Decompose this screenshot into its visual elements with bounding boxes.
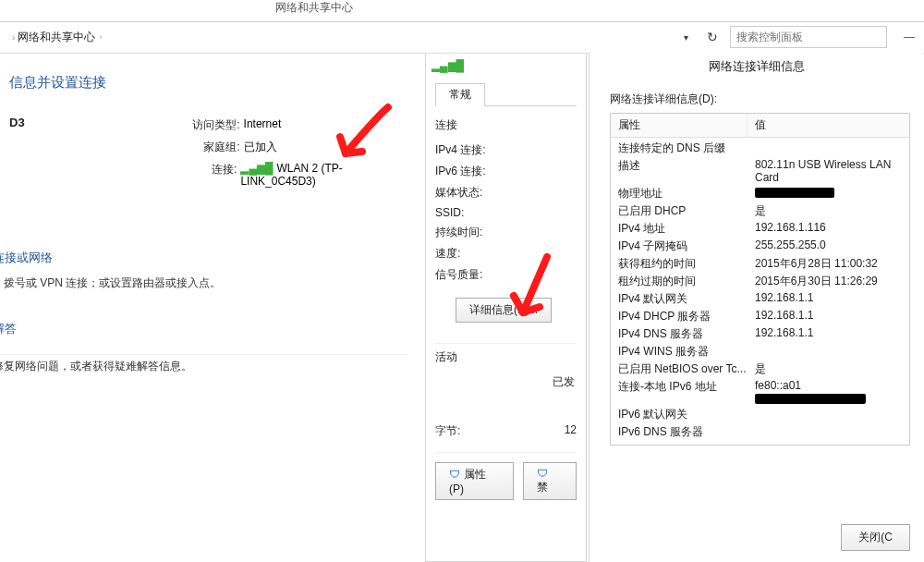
value-cell [755, 344, 902, 360]
breadcrumb-separator-icon: › [12, 32, 15, 43]
troubleshoot-link[interactable]: 解答 [0, 321, 408, 337]
value-cell: 2015年6月30日 11:26:29 [755, 274, 902, 289]
value-cell [755, 140, 902, 156]
property-cell: IPv4 地址 [618, 221, 755, 237]
property-cell: IPv6 默认网关 [618, 407, 755, 422]
table-row: 获得租约的时间2015年6月28日 11:00:32 [611, 255, 909, 273]
col-property[interactable]: 属性 [611, 114, 748, 137]
property-cell: IPv6 DNS 服务器 [618, 424, 755, 440]
group-activity: 活动 [435, 349, 577, 365]
table-row: IPv4 默认网关192.168.1.1 [611, 290, 909, 308]
disable-button[interactable]: 🛡禁 [523, 462, 577, 500]
table-row: 租约过期的时间2015年6月30日 11:26:29 [611, 273, 909, 290]
connection-label: 连接: [185, 162, 237, 188]
property-cell: 连接-本地 IPv6 地址 [618, 379, 755, 405]
signal-icon: ▂▄▆█ [432, 59, 464, 72]
sent-label: 已发 [435, 374, 577, 390]
access-type-value: Internet [244, 117, 282, 133]
field-label: 速度: [435, 246, 505, 262]
minimize-button[interactable]: — [894, 28, 924, 46]
uac-shield-icon: 🛡 [537, 467, 548, 480]
dialog-title: 网络连接详细信息 [590, 53, 923, 77]
table-row: 连接特定的 DNS 后缀 [611, 140, 909, 157]
field-label: IPv4 连接: [435, 142, 505, 158]
table-row: 物理地址 [611, 185, 909, 202]
property-cell: IPv4 默认网关 [618, 291, 755, 307]
details-button[interactable]: 详细信息(E)... [456, 298, 552, 323]
property-cell: IPv4 WINS 服务器 [618, 344, 755, 360]
value-cell: 192.168.1.1 [755, 291, 902, 307]
add-connection-text: 、拨号或 VPN 连接；或设置路由器或接入点。 [0, 275, 408, 291]
property-cell: IPv4 子网掩码 [618, 238, 755, 254]
bytes-label: 字节: [435, 423, 505, 439]
network-name: D3 [9, 116, 185, 194]
value-cell: 192.168.1.116 [755, 221, 902, 237]
field-label: SSID: [435, 206, 505, 219]
field-label: 信号质量: [435, 267, 505, 283]
status-field: SSID: [435, 206, 577, 219]
toolbar: › 网络和共享中心 › ▾ ↻ — [0, 23, 924, 51]
table-row: IPv4 DNS 服务器192.168.1.1 [611, 325, 909, 343]
table-row: IPv6 DNS 服务器 [611, 423, 909, 441]
refresh-icon: ↻ [707, 30, 718, 44]
chevron-right-icon: › [99, 32, 102, 42]
property-cell: 已启用 DHCP [618, 203, 755, 219]
properties-button[interactable]: 🛡属性(P) [435, 462, 514, 500]
details-caption: 网络连接详细信息(D): [610, 92, 910, 107]
table-row: 已启用 NetBIOS over Tc...是 [611, 360, 909, 378]
status-field: 媒体状态: [435, 185, 577, 201]
value-cell: 是 [755, 203, 902, 219]
homegroup-link[interactable]: 已加入 [244, 140, 277, 155]
col-value[interactable]: 值 [748, 114, 909, 137]
troubleshoot-text: 修复网络问题，或者获得疑难解答信息。 [0, 359, 408, 374]
breadcrumb[interactable]: › 网络和共享中心 › [0, 25, 106, 49]
value-cell [755, 186, 902, 202]
section-title: 信息并设置连接 [9, 74, 408, 92]
network-details-dialog: 网络连接详细信息 网络连接详细信息(D): 属性 值 连接特定的 DNS 后缀描… [589, 53, 923, 562]
field-label: 持续时间: [435, 225, 505, 240]
property-cell: 物理地址 [618, 186, 755, 202]
table-row: IPv4 子网掩码255.255.255.0 [611, 238, 909, 255]
connection-fields: IPv4 连接:IPv6 连接:媒体状态:SSID:持续时间:速度:信号质量: [435, 142, 577, 283]
property-cell: 获得租约的时间 [618, 256, 755, 272]
property-cell: IPv4 DHCP 服务器 [618, 309, 755, 324]
homegroup-label: 家庭组: [185, 140, 240, 155]
connection-link[interactable]: ▂▄▆█WLAN 2 (TP-LINK_0C45D3) [240, 162, 408, 188]
signal-icon: ▂▄▆█ [240, 162, 273, 175]
redacted-text [755, 188, 834, 198]
details-table: 属性 值 连接特定的 DNS 后缀描述802.11n USB Wireless … [610, 113, 910, 446]
value-cell: fe80::a01 [755, 379, 902, 405]
wlan-status-dialog: ▂▄▆█ 常规 连接 IPv4 连接:IPv6 连接:媒体状态:SSID:持续时… [425, 54, 587, 562]
addressbar-dropdown-icon[interactable]: ▾ [680, 32, 695, 43]
network-center-pane: 信息并设置连接 D3 访问类型: Internet 家庭组: 已加入 连接: ▂… [0, 54, 418, 384]
bytes-value: 12 [505, 423, 577, 439]
value-cell: 2015年6月28日 11:00:32 [755, 256, 902, 272]
property-cell: 连接特定的 DNS 后缀 [618, 140, 755, 156]
value-cell: 192.168.1.1 [755, 309, 902, 324]
group-connection: 连接 [435, 117, 577, 133]
value-cell [755, 407, 902, 422]
value-cell: 802.11n USB Wireless LAN Card [755, 158, 902, 184]
refresh-button[interactable]: ↻ [700, 25, 724, 49]
value-cell [755, 424, 902, 440]
search-input[interactable] [730, 26, 887, 48]
table-row: 描述802.11n USB Wireless LAN Card [611, 157, 909, 185]
property-cell: 租约过期的时间 [618, 274, 755, 289]
breadcrumb-text: 网络和共享中心 [18, 30, 95, 45]
access-type-label: 访问类型: [185, 117, 240, 133]
table-row: 连接-本地 IPv6 地址fe80::a01 [611, 378, 909, 406]
table-row: IPv6 默认网关 [611, 406, 909, 423]
property-cell: 已启用 NetBIOS over Tc... [618, 361, 755, 377]
status-field: 持续时间: [435, 225, 577, 240]
close-button[interactable]: 关闭(C [841, 524, 910, 551]
table-row: IPv4 WINS 服务器 [611, 343, 909, 360]
status-field: 信号质量: [435, 267, 577, 283]
table-row: 已启用 DHCP是 [611, 202, 909, 220]
redacted-text [755, 394, 866, 404]
value-cell: 255.255.255.0 [755, 238, 902, 254]
status-field: IPv6 连接: [435, 164, 577, 179]
tab-general[interactable]: 常规 [435, 83, 485, 106]
value-cell: 192.168.1.1 [755, 326, 902, 342]
field-label: 媒体状态: [435, 185, 505, 201]
add-connection-link[interactable]: 连接或网络 [0, 250, 408, 266]
